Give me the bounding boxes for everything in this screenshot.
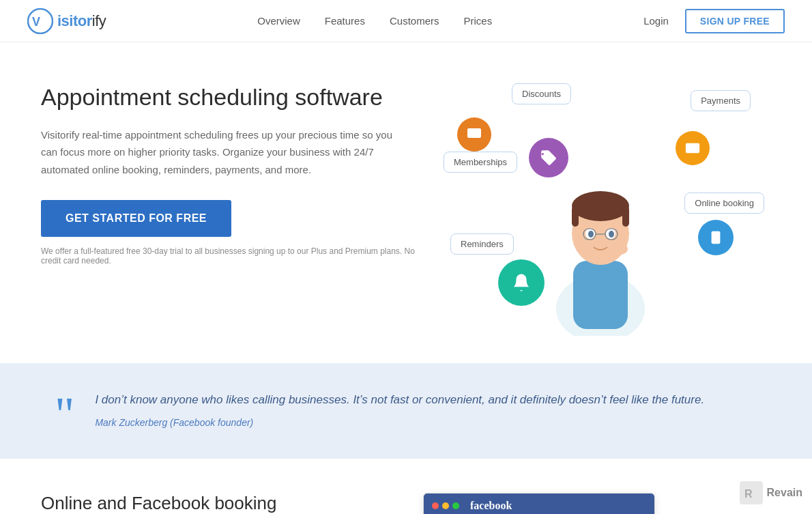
hero-title: Appointment scheduling software <box>41 83 430 111</box>
quote-text: I don’t know anyone who likes calling bu… <box>95 390 704 409</box>
revain-label: Revain <box>767 487 802 499</box>
window-dots <box>432 502 459 509</box>
nav-prices[interactable]: Prices <box>464 15 493 27</box>
revain-watermark: R Revain <box>740 481 802 504</box>
main-nav: Overview Features Customers Prices <box>257 15 492 27</box>
bubble-online-booking: Online booking <box>684 192 764 214</box>
svg-text:V: V <box>32 15 40 29</box>
quote-section: " I don’t know anyone who likes calling … <box>0 363 812 459</box>
signup-button[interactable]: SIGN UP FREE <box>685 9 785 33</box>
features-right: facebook Sign Up Connect with friends an… <box>423 493 682 514</box>
features-title: Online and Facebook booking <box>41 493 382 514</box>
header-right: Login SIGN UP FREE <box>643 9 785 33</box>
nav-overview[interactable]: Overview <box>257 15 300 27</box>
svg-rect-12 <box>572 206 579 227</box>
svg-rect-5 <box>686 143 699 154</box>
hero-illustration: Discounts Payments Memberships Online bo… <box>430 76 771 336</box>
bell-icon-circle <box>498 259 545 306</box>
revain-icon: R <box>740 481 763 504</box>
svg-point-17 <box>609 231 614 238</box>
fb-topbar: facebook <box>424 494 654 514</box>
trial-note: We offer a full-featured free 30-day tri… <box>41 246 430 266</box>
payment-icon-circle <box>676 131 710 165</box>
minimize-dot <box>442 502 449 509</box>
nav-features[interactable]: Features <box>325 15 365 27</box>
quote-content: I don’t know anyone who likes calling bu… <box>95 390 704 428</box>
login-link[interactable]: Login <box>643 15 669 27</box>
facebook-logo-text: facebook <box>470 500 512 512</box>
maximize-dot <box>452 502 459 509</box>
close-dot <box>432 502 439 509</box>
hero-description: Visitorify real-time appointment schedul… <box>41 126 396 179</box>
monitor-icon-circle <box>457 117 491 152</box>
nav-customers[interactable]: Customers <box>390 15 439 27</box>
svg-point-11 <box>572 191 629 221</box>
cta-button[interactable]: GET STARTED FOR FREE <box>41 200 231 237</box>
header: V isitorify Overview Features Customers … <box>0 0 812 42</box>
hero-section: Appointment scheduling software Visitori… <box>0 42 812 363</box>
logo[interactable]: V isitorify <box>27 8 106 34</box>
mobile-icon-circle <box>698 220 734 255</box>
bubble-payments: Payments <box>691 90 751 111</box>
features-section: Online and Facebook booking Receive book… <box>0 459 812 514</box>
hero-left: Appointment scheduling software Visitori… <box>41 76 430 266</box>
svg-rect-8 <box>573 261 628 329</box>
svg-text:R: R <box>744 488 753 500</box>
logo-icon: V <box>27 8 53 34</box>
svg-rect-13 <box>622 206 629 227</box>
svg-rect-2 <box>467 128 481 138</box>
person-illustration <box>539 138 662 336</box>
logo-text: isitorify <box>57 12 106 30</box>
bubble-discounts: Discounts <box>512 83 571 104</box>
bubble-reminders: Reminders <box>450 233 514 255</box>
features-left: Online and Facebook booking Receive book… <box>41 493 382 514</box>
quote-mark: " <box>55 397 74 431</box>
svg-point-16 <box>588 231 594 238</box>
quote-author: Mark Zuckerberg (Facebook founder) <box>95 417 704 428</box>
facebook-mockup: facebook Sign Up Connect with friends an… <box>423 493 655 514</box>
bubble-memberships: Memberships <box>444 152 517 173</box>
svg-point-21 <box>611 244 628 255</box>
